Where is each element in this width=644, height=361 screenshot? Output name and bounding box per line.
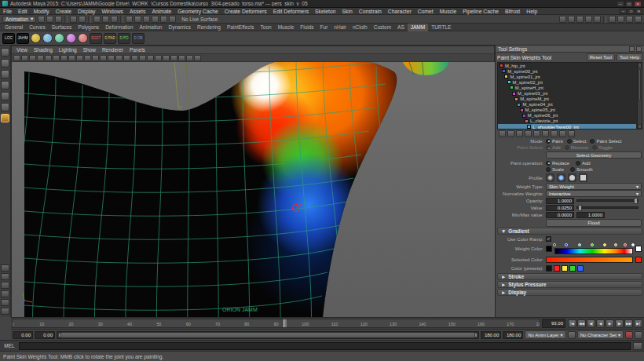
viewport-menu-renderer[interactable]: Renderer — [99, 46, 126, 54]
joint-row-m-spine01-jnt[interactable]: M_spine01_jnt — [498, 74, 636, 79]
scroll-up-icon[interactable] — [638, 63, 642, 67]
show-attribute-editor-icon[interactable] — [626, 16, 633, 23]
range-end-grip[interactable] — [474, 333, 478, 337]
playback-end-field[interactable]: 180.00 — [481, 331, 501, 339]
menu-set-selector[interactable]: Animation ▾ — [2, 16, 36, 23]
shelf-joint-icon[interactable] — [42, 33, 53, 43]
save-scene-icon[interactable] — [55, 16, 62, 23]
weight-type-dropdown[interactable]: Skin Weight ▾ — [546, 183, 642, 190]
ramp-handle[interactable] — [591, 243, 594, 246]
shelf-tab-muscle[interactable]: Muscle — [275, 24, 298, 31]
select-component-icon[interactable] — [111, 16, 118, 23]
ramp-handle[interactable] — [614, 243, 617, 246]
bookmark-icon[interactable] — [37, 55, 44, 61]
range-slider-bar[interactable] — [58, 333, 478, 337]
shelf-tab-as[interactable]: AS — [394, 24, 408, 31]
shelf-item-d-po[interactable]: D PO — [118, 33, 130, 44]
joint-row-m-spine05-jnt[interactable]: M_spine05_jnt — [498, 108, 636, 113]
menu-create-deformers[interactable]: Create Deformers — [221, 8, 270, 15]
menu-character[interactable]: Character — [385, 8, 415, 15]
menu-geometry-cache[interactable]: Geometry Cache — [174, 8, 221, 15]
brush-soft-icon[interactable] — [557, 173, 565, 182]
min-value-field[interactable]: 0.0000 — [546, 212, 574, 218]
scale-tool-icon[interactable] — [1, 103, 9, 111]
maximize-button[interactable]: □ — [625, 1, 633, 7]
option-select[interactable]: Select — [567, 139, 587, 144]
ramp-bar[interactable] — [554, 248, 633, 254]
color-preset-swatch[interactable] — [554, 265, 560, 272]
viewport-menu-shading[interactable]: Shading — [31, 46, 56, 54]
viewport-menu-panels[interactable]: Panels — [126, 46, 148, 54]
wireframe-mode-icon[interactable] — [108, 55, 115, 61]
safe-title-icon[interactable] — [100, 55, 107, 61]
go-to-end-button[interactable]: ▶| — [634, 319, 642, 328]
shelf-control-icon[interactable] — [54, 33, 64, 43]
menu-muscle[interactable]: Muscle — [437, 8, 460, 15]
joint-row-m-spine06-jnt[interactable]: M_spine06_jnt — [498, 113, 636, 119]
option-paint-select[interactable]: Paint Select — [590, 139, 621, 144]
move-tool-icon[interactable] — [1, 81, 9, 89]
shelf-tab-painteffects[interactable]: PaintEffects — [224, 24, 258, 31]
show-tool-settings-icon[interactable] — [635, 16, 642, 23]
radio-replace[interactable] — [546, 161, 551, 166]
use-all-lights-icon[interactable] — [131, 55, 138, 61]
weight-color-ramp[interactable] — [554, 243, 633, 254]
step-forward-frame-button[interactable]: |▶ — [615, 319, 624, 328]
value-field[interactable]: 0.0250 — [546, 205, 574, 211]
tool-help-button[interactable]: Tool Help — [617, 53, 642, 61]
menu-animate[interactable]: Animate — [148, 8, 174, 15]
joint-row-l-clavicle-jnt[interactable]: L_clavicle_jnt — [498, 119, 636, 124]
shaded-mode-icon[interactable] — [115, 55, 123, 61]
selected-color-swatch[interactable] — [635, 257, 642, 263]
viewport-menu-lighting[interactable]: Lighting — [56, 46, 80, 54]
single-pane-layout-icon[interactable] — [1, 264, 9, 272]
go-to-start-button[interactable]: |◀ — [568, 319, 576, 328]
select-tool-icon[interactable] — [1, 48, 9, 57]
redo-icon[interactable] — [79, 16, 86, 23]
persp-graph-layout-icon[interactable] — [1, 299, 9, 306]
stroke-section-header[interactable]: ► Stroke — [497, 273, 642, 280]
open-render-view-icon[interactable] — [568, 16, 575, 23]
animation-end-field[interactable]: 180.00 — [503, 331, 523, 339]
viewport-menu-show[interactable]: Show — [80, 46, 99, 54]
scroll-down-icon[interactable] — [638, 124, 642, 129]
joint-row-l-shouldertwist00-jnt[interactable]: L_shoulderTwist00_jnt — [498, 124, 636, 129]
menu-windows[interactable]: Windows — [98, 8, 126, 15]
minimize-button[interactable]: – — [617, 1, 624, 7]
textured-mode-icon[interactable] — [123, 55, 130, 61]
menu-comet[interactable]: Comet — [415, 8, 437, 15]
opacity-knob[interactable] — [634, 198, 638, 204]
show-channel-box-icon[interactable] — [609, 16, 616, 23]
isolate-select-icon[interactable] — [194, 55, 201, 61]
field-chart-icon[interactable] — [84, 55, 91, 61]
joint-row-m-spineh-jnt[interactable]: M_spineH_jnt — [498, 85, 636, 90]
snap-curve-icon[interactable] — [134, 16, 141, 23]
menu-assets[interactable]: Assets — [126, 8, 148, 15]
ramp-handle[interactable] — [624, 243, 627, 246]
snap-point-icon[interactable] — [143, 16, 150, 23]
use-color-ramp-checkbox[interactable]: ✓ — [546, 236, 551, 242]
open-scene-icon[interactable] — [46, 16, 53, 23]
ipr-render-icon[interactable] — [585, 16, 592, 23]
reset-tool-button[interactable]: Reset Tool — [587, 53, 615, 61]
command-line-input[interactable] — [19, 342, 631, 350]
option-replace[interactable]: Replace — [546, 161, 569, 166]
multisample-icon[interactable] — [163, 55, 170, 61]
shelf-item-sgst[interactable]: SGST — [90, 33, 102, 44]
joint-list-scrollbar[interactable] — [637, 63, 642, 129]
shelf-tab-toon[interactable]: Toon — [258, 24, 275, 31]
stylus-pressure-section-header[interactable]: ► Stylus Pressure — [497, 281, 642, 288]
range-start-grip[interactable] — [58, 333, 61, 337]
select-geometry-button[interactable]: Select Geometry — [546, 151, 642, 159]
play-backward-button[interactable]: ◀ — [596, 319, 605, 328]
shelf-tab-jamm[interactable]: JAMM — [408, 24, 428, 31]
paint-select-tool-icon[interactable] — [1, 70, 9, 78]
exposure-icon[interactable] — [178, 55, 185, 61]
brush-solid-icon[interactable] — [568, 173, 576, 182]
menu-edit-deformers[interactable]: Edit Deformers — [270, 8, 312, 15]
joint-row-m-spinem-jnt[interactable]: M_spineM_jnt — [498, 97, 636, 102]
ramp-end-swatch[interactable] — [635, 246, 642, 252]
range-slider[interactable] — [57, 331, 479, 339]
image-plane-icon[interactable] — [45, 55, 52, 61]
camera-attributes-icon[interactable] — [29, 55, 36, 61]
